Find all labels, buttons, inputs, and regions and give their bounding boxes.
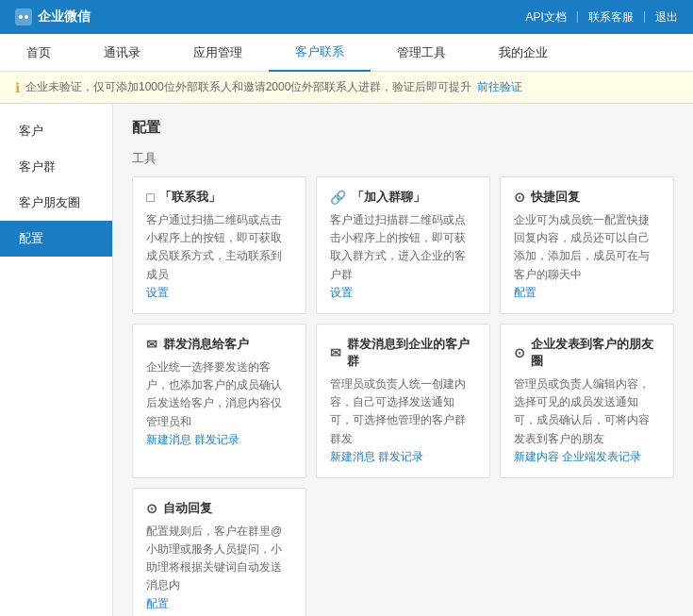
card-send-moments-body: 管理员或负责人编辑内容，选择可见的成员发送通知可，成员确认后，可将内容发表到客户… <box>514 377 650 445</box>
card-send-moments-link2[interactable]: 企业端发表记录 <box>562 450 641 463</box>
join-group-icon: 🔗 <box>330 190 346 205</box>
top-bar-links: API文档 | 联系客服 | 退出 <box>525 9 678 25</box>
card-contact-me: □ 「联系我」 客户通过扫描二维码或点击小程序上的按钮，即可获取成员联系方式，主… <box>132 176 306 314</box>
card-contact-me-link1[interactable]: 设置 <box>146 286 169 299</box>
warning-link[interactable]: 前往验证 <box>477 79 522 95</box>
card-send-group: ✉ 群发消息到企业的客户群 管理员或负责人统一创建内容，自己可选择发送通知可，可… <box>316 324 490 478</box>
card-contact-me-body: 客户通过扫描二维码或点击小程序上的按钮，即可获取成员联系方式，主动联系到成员 <box>146 213 282 281</box>
tools-row1: □ 「联系我」 客户通过扫描二维码或点击小程序上的按钮，即可获取成员联系方式，主… <box>132 176 674 314</box>
logo-icon <box>15 8 32 25</box>
contact-me-icon: □ <box>146 190 154 205</box>
nav-my-company[interactable]: 我的企业 <box>472 34 574 72</box>
card-join-group-body: 客户通过扫描群二维码或点击小程序上的按钮，即可获取入群方式，进入企业的客户群 <box>330 213 466 281</box>
logout-link[interactable]: 退出 <box>655 9 678 25</box>
nav-customer[interactable]: 客户联系 <box>269 34 371 72</box>
support-link[interactable]: 联系客服 <box>588 9 634 25</box>
card-send-group-body: 管理员或负责人统一创建内容，自己可选择发送通知可，可选择他管理的客户群群发 <box>330 377 466 445</box>
card-send-customer-link1[interactable]: 新建消息 <box>146 433 191 446</box>
card-join-group-link1[interactable]: 设置 <box>330 286 353 299</box>
card-quick-reply-link1[interactable]: 配置 <box>514 286 536 299</box>
warning-banner: ℹ 企业未验证，仅可添加1000位外部联系人和邀请2000位外部联系人进群，验证… <box>0 72 693 104</box>
tools-row2: ✉ 群发消息给客户 企业统一选择要发送的客户，也添加客户的成员确认后发送给客户，… <box>132 324 674 478</box>
send-group-icon: ✉ <box>330 345 341 360</box>
sep1: | <box>576 9 579 25</box>
main-nav: 首页 通讯录 应用管理 客户联系 管理工具 我的企业 <box>0 34 693 72</box>
card-send-moments: ⊙ 企业发表到客户的朋友圈 管理员或负责人编辑内容，选择可见的成员发送通知可，成… <box>500 324 674 478</box>
card-auto-reply-body: 配置规则后，客户在群里@小助理或服务人员提问，小助理将根据关键词自动发送消息内 <box>146 524 282 592</box>
warning-icon: ℹ <box>15 80 20 95</box>
card-auto-reply: ⊙ 自动回复 配置规则后，客户在群里@小助理或服务人员提问，小助理将根据关键词自… <box>132 488 306 616</box>
card-send-customer: ✉ 群发消息给客户 企业统一选择要发送的客户，也添加客户的成员确认后发送给客户，… <box>132 324 306 478</box>
card-quick-reply: ⊙ 快捷回复 企业可为成员统一配置快捷回复内容，成员还可以自己添加，添加后，成员… <box>500 176 674 314</box>
nav-manage-tools[interactable]: 管理工具 <box>371 34 472 72</box>
top-bar: 企业微信 API文档 | 联系客服 | 退出 <box>0 0 693 34</box>
quick-reply-icon: ⊙ <box>514 190 525 205</box>
card-send-customer-title: 群发消息给客户 <box>163 336 249 353</box>
svg-rect-0 <box>15 8 32 25</box>
sidebar-item-config[interactable]: 配置 <box>0 221 112 257</box>
card-send-group-link2[interactable]: 群发记录 <box>378 450 423 463</box>
card-send-customer-link2[interactable]: 群发记录 <box>194 433 239 446</box>
send-moments-icon: ⊙ <box>514 345 525 360</box>
nav-home[interactable]: 首页 <box>0 34 77 72</box>
sidebar: 客户 客户群 客户朋友圈 配置 <box>0 104 113 616</box>
card-send-group-title: 群发消息到企业的客户群 <box>347 336 476 370</box>
warning-text: 企业未验证，仅可添加1000位外部联系人和邀请2000位外部联系人进群，验证后即… <box>25 79 471 95</box>
content-area: 配置 工具 □ 「联系我」 客户通过扫描二维码或点击小程序上的按钮，即可获取成员… <box>113 104 693 616</box>
card-contact-me-title: 「联系我」 <box>159 189 221 206</box>
card-send-moments-title: 企业发表到客户的朋友圈 <box>531 336 660 370</box>
auto-reply-icon: ⊙ <box>146 501 157 516</box>
card-send-moments-link1[interactable]: 新建内容 <box>514 450 559 463</box>
card-send-group-link1[interactable]: 新建消息 <box>330 450 375 463</box>
send-customer-icon: ✉ <box>146 337 157 352</box>
layout: 客户 客户群 客户朋友圈 配置 配置 工具 □ 「联系我」 客户通过扫描二维码或… <box>0 104 693 616</box>
card-auto-reply-link1[interactable]: 配置 <box>146 597 169 610</box>
tools-row3: ⊙ 自动回复 配置规则后，客户在群里@小助理或服务人员提问，小助理将根据关键词自… <box>132 488 674 616</box>
card-join-group: 🔗 「加入群聊」 客户通过扫描群二维码或点击小程序上的按钮，即可获取入群方式，进… <box>316 176 490 314</box>
sidebar-item-customer[interactable]: 客户 <box>0 113 112 149</box>
logo-text: 企业微信 <box>38 8 91 25</box>
card-quick-reply-body: 企业可为成员统一配置快捷回复内容，成员还可以自己添加，添加后，成员可在与客户的聊… <box>514 213 650 281</box>
api-doc-link[interactable]: API文档 <box>525 9 566 25</box>
page-title: 配置 <box>132 119 674 137</box>
nav-app-manage[interactable]: 应用管理 <box>167 34 269 72</box>
sidebar-item-customer-group[interactable]: 客户群 <box>0 149 112 185</box>
card-send-customer-body: 企业统一选择要发送的客户，也添加客户的成员确认后发送给客户，消息内容仅管理员和 <box>146 360 282 428</box>
card-join-group-title: 「加入群聊」 <box>352 189 425 206</box>
logo: 企业微信 <box>15 8 91 25</box>
nav-contacts[interactable]: 通讯录 <box>77 34 167 72</box>
card-auto-reply-title: 自动回复 <box>163 500 212 517</box>
card-quick-reply-title: 快捷回复 <box>531 189 580 206</box>
tools-section-title: 工具 <box>132 150 674 167</box>
sidebar-item-moments[interactable]: 客户朋友圈 <box>0 185 112 221</box>
sep2: | <box>643 9 646 25</box>
